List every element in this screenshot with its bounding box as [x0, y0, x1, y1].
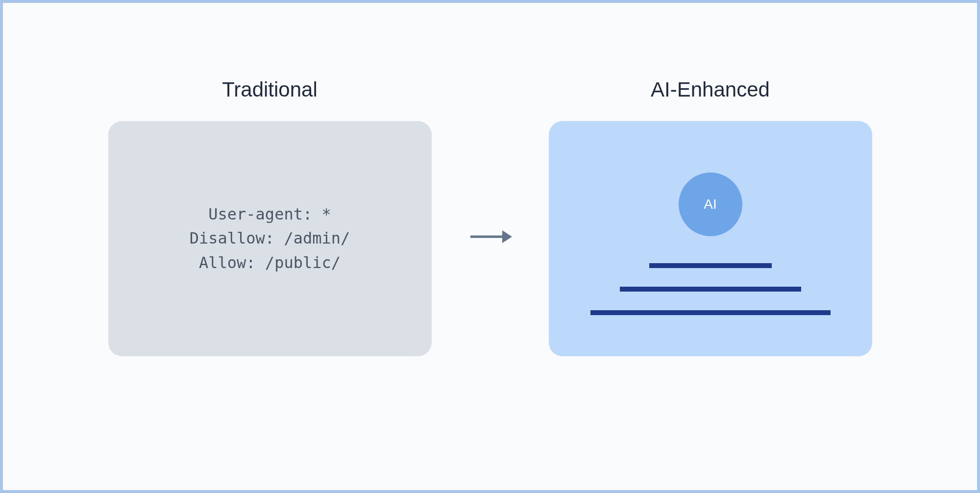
diagram-container: Traditional User-agent: * Disallow: /adm… — [3, 78, 977, 356]
ai-bar-2 — [620, 287, 801, 292]
ai-enhanced-title: AI-Enhanced — [651, 78, 770, 101]
svg-marker-1 — [502, 230, 512, 243]
ai-bar-1 — [649, 263, 772, 268]
ai-circle-icon: AI — [679, 173, 742, 236]
ai-enhanced-column: AI-Enhanced AI — [541, 78, 879, 356]
traditional-panel: User-agent: * Disallow: /admin/ Allow: /… — [108, 121, 432, 356]
ai-bar-3 — [590, 310, 831, 315]
ai-bars — [590, 263, 831, 315]
ai-enhanced-panel: AI — [549, 121, 872, 356]
arrow-icon — [468, 224, 512, 249]
traditional-column: Traditional User-agent: * Disallow: /adm… — [101, 78, 439, 356]
traditional-title: Traditional — [222, 78, 318, 101]
ai-circle-label: AI — [704, 197, 716, 212]
robots-txt-code: User-agent: * Disallow: /admin/ Allow: /… — [190, 202, 350, 275]
